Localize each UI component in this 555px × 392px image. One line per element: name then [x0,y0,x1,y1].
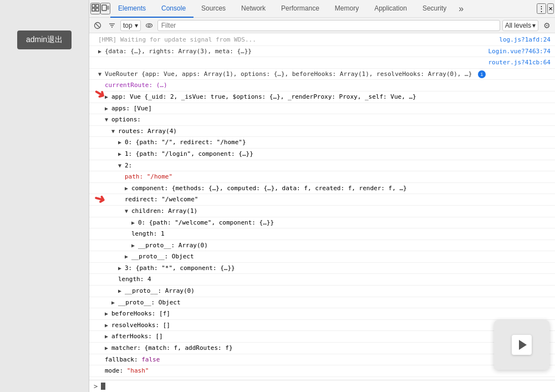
console-eye-button[interactable] [143,19,155,32]
console-line: component: {methods: {…}, computed: {…},… [89,183,555,195]
console-context-selector[interactable]: top ▾ [120,20,141,31]
tab-security[interactable]: Security [415,0,454,18]
console-line: path: "/home" [89,171,555,183]
console-line: resolveHooks: [] [89,320,555,332]
console-settings-button[interactable]: ⚙ [541,19,553,32]
console-clear-button[interactable] [91,19,104,32]
console-line: 3: {path: "*", component: {…}} [89,263,555,274]
console-line: __proto__: Object [89,251,555,263]
console-line: 0: {path: "/welcome", component: {…}} [89,217,555,229]
svg-rect-2 [92,8,95,11]
console-line: fallback: false [89,354,555,366]
svg-rect-4 [102,5,106,11]
console-filter-toggle[interactable] [106,19,118,32]
console-line: apps: [Vue] [89,103,555,115]
devtools-settings-button[interactable]: ⋮ [537,3,546,14]
console-cursor[interactable] [101,383,105,390]
tab-sources[interactable]: Sources [194,0,233,18]
console-line: __proto__: Object [89,297,555,309]
levels-label: All levels [505,22,531,29]
tab-more-button[interactable]: » [454,4,468,14]
console-line: matcher: {match: f, addRoutes: f} [89,343,555,354]
console-line: __proto__: Array(0) [89,240,555,252]
play-triangle-icon [519,340,527,350]
console-filter-input[interactable] [157,20,500,31]
console-line: length: 4 [89,274,555,286]
admin-logout-button[interactable]: admin退出 [17,30,72,49]
file-reference[interactable]: Login.vue?7463:74 [483,47,551,57]
context-dropdown-icon: ▾ [135,22,138,29]
file-reference[interactable]: router.js?41cb:64 [483,58,551,68]
console-line: 2: [89,160,555,172]
console-line: 1: {path: "/login", component: {…}} [89,149,555,160]
console-line: app: Vue {_uid: 2, _isVue: true, $option… [89,91,555,103]
console-line: beforeHooks: [f] [89,308,555,320]
console-prompt-symbol: > [94,383,98,390]
context-value: top [123,22,133,29]
file-reference[interactable]: log.js?1afd:24 [495,35,551,45]
svg-rect-3 [96,8,99,11]
console-line: 0: {path: "/", redirect: "/home"} [89,137,555,149]
console-line: __proto__: Array(0) [89,286,555,297]
console-output[interactable]: [HMR] Waiting for update signal from WDS… [89,33,555,380]
devtools-panel: Elements Console Sources Network Perform… [89,0,555,392]
console-line: children: Array(1) [89,206,555,217]
tab-network[interactable]: Network [233,0,273,18]
console-line: afterHooks: [] [89,331,555,343]
devtools-tab-bar: Elements Console Sources Network Perform… [89,0,555,18]
levels-dropdown-icon: ▾ [532,22,536,29]
console-line: routes: Array(4) [89,126,555,138]
console-line: router.js?41cb:64 [89,57,555,69]
play-button[interactable] [512,335,532,355]
console-input-area: > [89,380,555,392]
console-line: {data: {…}, rights: Array(3), meta: {…}}… [89,46,555,58]
console-line: [HMR] Waiting for update signal from WDS… [89,34,555,46]
page-background: admin退出 [0,0,89,392]
tab-performance[interactable]: Performance [273,0,327,18]
devtools-actions: ⋮ × [537,3,554,14]
tab-console[interactable]: Console [154,0,194,18]
console-levels-selector[interactable]: All levels ▾ [502,20,538,31]
tab-application[interactable]: Application [366,0,415,18]
console-line: history: HashHistory {router: VueRouter,… [89,377,555,380]
console-line: redirect: "/welcome" [89,194,555,206]
devtools-close-button[interactable]: × [547,3,554,14]
svg-line-7 [96,23,100,27]
video-thumbnail[interactable] [494,320,549,370]
console-toolbar: top ▾ All levels ▾ ⚙ [89,18,555,33]
svg-rect-5 [108,6,109,9]
inspect-element-button[interactable] [90,3,100,14]
console-line: VueRouter {app: Vue, apps: Array(1), opt… [89,69,555,80]
tab-elements[interactable]: Elements [110,0,154,18]
svg-rect-0 [92,4,95,7]
console-line: length: 1 [89,228,555,240]
console-line: currentRoute: (…) [89,80,555,91]
device-toolbar-button[interactable] [100,3,110,14]
console-line: options: [89,114,555,126]
console-line: mode: "hash" [89,365,555,377]
tab-memory[interactable]: Memory [327,0,366,18]
svg-point-12 [148,24,150,27]
svg-rect-1 [96,4,99,7]
